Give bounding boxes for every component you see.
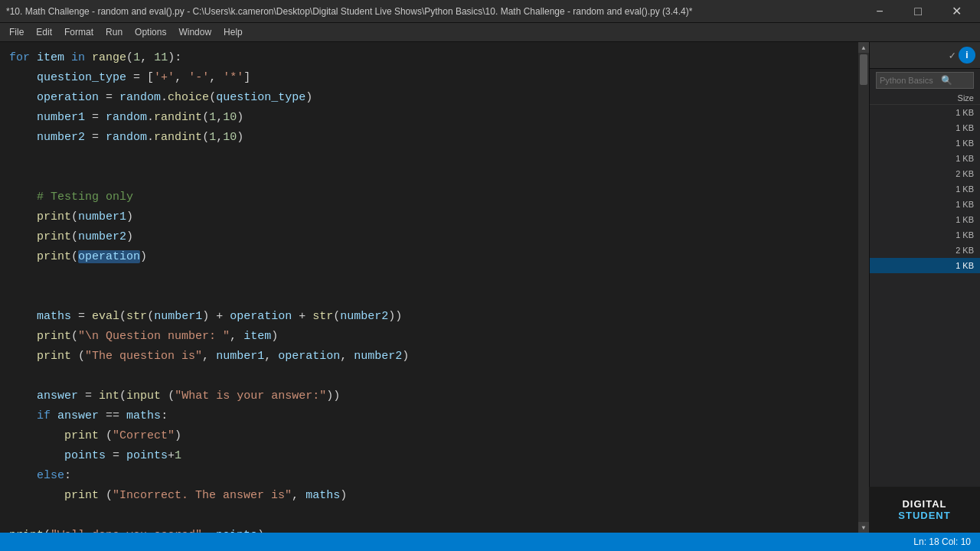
checkmark-icon: ✓ (949, 49, 956, 62)
status-bar: Ln: 18 Col: 10 (0, 533, 980, 551)
menu-bar: File Edit Format Run Options Window Help (0, 23, 980, 42)
file-row[interactable]: 1 KB (870, 181, 980, 197)
editor-area[interactable]: for item in range(1, 11): question_type … (0, 42, 869, 533)
file-row[interactable]: 2 KB (870, 243, 980, 258)
file-size: 1 KB (956, 139, 974, 148)
file-size: 1 KB (956, 230, 974, 240)
file-size: 1 KB (956, 123, 974, 132)
maximize-button[interactable]: □ (900, 0, 936, 23)
file-row[interactable]: 1 KB (870, 212, 980, 227)
close-button[interactable]: ✕ (939, 0, 974, 23)
file-row[interactable]: 1 KB (870, 120, 980, 135)
menu-edit[interactable]: Edit (30, 25, 58, 39)
right-panel: ✓ i 🔍 Size 1 KB 1 KB 1 KB 1 KB 2 KB 1 KB… (869, 42, 980, 533)
file-size: 1 KB (956, 261, 974, 270)
file-size: 1 KB (956, 215, 974, 224)
file-list-header: Size (870, 92, 980, 105)
vertical-scrollbar[interactable]: ▲ ▼ (858, 42, 869, 533)
file-row[interactable]: 1 KB (870, 197, 980, 212)
file-row[interactable]: 1 KB (870, 227, 980, 243)
menu-run[interactable]: Run (100, 25, 129, 39)
search-box[interactable]: 🔍 (876, 72, 974, 89)
search-input[interactable] (880, 76, 941, 85)
menu-help[interactable]: Help (217, 25, 249, 39)
main-layout: for item in range(1, 11): question_type … (0, 42, 980, 533)
file-row[interactable]: 1 KB (870, 151, 980, 166)
panel-header: ✓ i (870, 42, 980, 69)
branding-area: DIGITAL STUDENT (869, 487, 980, 533)
file-size: 1 KB (956, 200, 974, 209)
window-controls: − □ ✕ (862, 0, 974, 23)
file-size: 2 KB (956, 246, 974, 255)
menu-options[interactable]: Options (129, 25, 172, 39)
file-row[interactable]: 1 KB (870, 135, 980, 151)
branding-line1: DIGITAL (902, 498, 946, 510)
size-column-header: Size (958, 93, 974, 103)
cursor-position: Ln: 18 Col: 10 (913, 536, 971, 547)
file-row[interactable]: 1 KB (870, 105, 980, 120)
code-editor[interactable]: for item in range(1, 11): question_type … (0, 42, 858, 533)
scroll-up-arrow[interactable]: ▲ (858, 42, 869, 53)
scroll-down-arrow[interactable]: ▼ (858, 522, 869, 533)
window-title: *10. Math Challenge - random and eval().… (6, 6, 692, 17)
branding-line2: STUDENT (898, 510, 950, 521)
file-row[interactable]: 2 KB (870, 166, 980, 181)
title-bar: *10. Math Challenge - random and eval().… (0, 0, 980, 23)
file-size: 1 KB (956, 108, 974, 117)
file-list: Size 1 KB 1 KB 1 KB 1 KB 2 KB 1 KB 1 KB … (870, 92, 980, 510)
menu-format[interactable]: Format (58, 25, 100, 39)
menu-window[interactable]: Window (172, 25, 217, 39)
info-icon: i (959, 47, 975, 64)
file-size: 1 KB (956, 184, 974, 194)
search-icon[interactable]: 🔍 (941, 75, 952, 86)
minimize-button[interactable]: − (862, 0, 897, 23)
file-size: 2 KB (956, 169, 974, 178)
menu-file[interactable]: File (3, 25, 30, 39)
file-size: 1 KB (956, 154, 974, 163)
search-row: 🔍 (870, 69, 980, 92)
file-row-selected[interactable]: 1 KB (870, 258, 980, 273)
scroll-thumb[interactable] (860, 54, 867, 85)
